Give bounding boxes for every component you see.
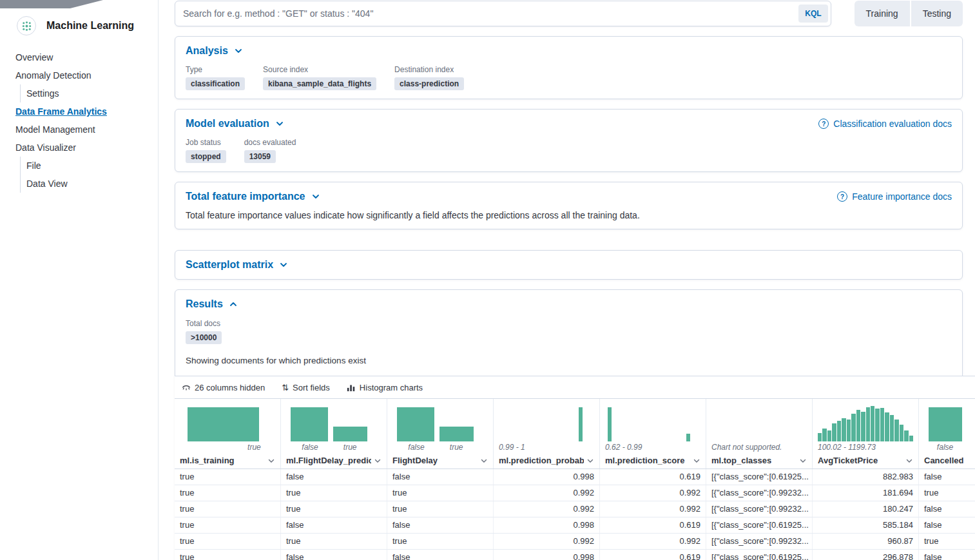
histogram-bars [818,404,913,441]
grid-cell[interactable]: 181.694 [813,485,919,501]
grid-cell[interactable]: 0.992 [600,534,706,549]
grid-cell[interactable]: 0.998 [494,550,600,560]
grid-cell[interactable]: false [387,517,494,533]
training-button[interactable]: Training [854,1,910,26]
grid-cell[interactable]: true [281,534,387,549]
search-input[interactable] [175,1,831,26]
histogram-range-label: 0.99 - 1 [499,443,525,452]
grid-cell[interactable]: false [919,469,975,485]
field-value-badge: classification [186,77,245,90]
grid-cell[interactable]: true [175,517,281,533]
results-collapse-toggle[interactable]: Results [186,298,238,310]
field-label: Source index [263,65,376,74]
grid-column-Cancelled: falseCancelled [919,399,975,468]
grid-cell[interactable]: false [281,550,387,560]
column-header-button[interactable]: AvgTicketPrice [813,452,918,468]
grid-cell[interactable]: false [919,501,975,517]
chevron-down-icon [278,260,289,270]
grid-cell[interactable]: true [175,501,281,517]
chevron-down-icon [905,457,913,465]
grid-cell[interactable]: 0.992 [600,485,706,501]
grid-cell[interactable]: false [387,550,494,560]
sidebar-item-data-frame-analytics[interactable]: Data Frame Analytics [0,102,158,121]
grid-cell[interactable]: 882.983 [813,469,919,485]
grid-cell[interactable]: 180.247 [813,501,919,517]
column-header-button[interactable]: ml.FlightDelay_prediction [281,452,387,468]
kql-button[interactable]: KQL [798,5,827,23]
feature-importance-title: Total feature importance [186,191,305,202]
grid-cell[interactable]: 960.87 [813,534,919,549]
grid-cell[interactable]: 0.619 [600,517,706,533]
grid-cell[interactable]: true [387,534,494,549]
scatterplot-collapse-toggle[interactable]: Scatterplot matrix [186,259,289,271]
sort-fields-button[interactable]: ⇅ Sort fields [282,383,330,392]
histogram-charts-button[interactable]: Histogram charts [347,383,423,392]
histogram-category-label: true [343,443,357,452]
grid-cell[interactable]: [{"class_score":[0.61925... [706,469,813,485]
grid-cell[interactable]: 0.992 [600,501,706,517]
histogram-bar [818,433,822,441]
column-header-button[interactable]: ml.prediction_probability [494,452,599,468]
column-header-button[interactable]: FlightDelay [387,452,493,468]
sort-fields-label: Sort fields [293,383,330,392]
grid-cell[interactable]: true [281,485,387,501]
histogram-bar [909,436,913,441]
column-header-button[interactable]: ml.prediction_score [600,452,706,468]
grid-cell[interactable]: false [919,517,975,533]
grid-cell[interactable]: [{"class_score":[0.61925... [706,550,813,560]
grid-cell[interactable]: true [387,485,494,501]
column-header-button[interactable]: ml.is_training [175,452,280,468]
sidebar-item-data-view[interactable]: Data View [20,175,158,193]
analysis-collapse-toggle[interactable]: Analysis [186,45,244,57]
grid-cell[interactable]: false [281,469,387,485]
grid-cell[interactable]: [{"class_score":[0.99232... [706,534,813,549]
grid-cell[interactable]: 0.619 [600,550,706,560]
grid-cell[interactable]: false [919,550,975,560]
ml-logo-icon[interactable] [17,16,36,35]
grid-cell[interactable]: 0.992 [494,501,600,517]
sidebar-item-anomaly-detection[interactable]: Anomaly Detection [0,66,158,84]
grid-cell[interactable]: [{"class_score":[0.61925... [706,517,813,533]
grid-cell[interactable]: [{"class_score":[0.99232... [706,485,813,501]
grid-cell[interactable]: 0.619 [600,469,706,485]
training-testing-toggle: Training Testing [854,1,963,26]
model-evaluation-collapse-toggle[interactable]: Model evaluation [186,118,285,130]
grid-cell[interactable]: 0.998 [494,517,600,533]
column-header-button[interactable]: Cancelled [919,452,975,468]
histogram-bar [900,425,903,441]
grid-column-AvgTicketPrice: 100.02 - 1199.73AvgTicketPrice [813,399,919,468]
sidebar-item-data-visualizer[interactable]: Data Visualizer [0,139,158,157]
histogram-bar [837,421,841,441]
grid-cell[interactable]: true [175,485,281,501]
sidebar-item-overview[interactable]: Overview [0,48,158,66]
histogram-bar [608,407,612,441]
grid-cell[interactable]: 585.184 [813,517,919,533]
grid-cell[interactable]: 0.992 [494,485,600,501]
grid-cell[interactable]: true [387,501,494,517]
grid-cell[interactable]: true [919,485,975,501]
grid-cell[interactable]: 296.878 [813,550,919,560]
columns-hidden-button[interactable]: 26 columns hidden [182,383,265,392]
chevron-down-icon [374,457,381,465]
table-row: truefalsefalse0.9980.619[{"class_score":… [175,517,975,534]
grid-cell[interactable]: true [175,469,281,485]
grid-cell[interactable]: false [387,469,494,485]
grid-cell[interactable]: true [281,501,387,517]
grid-cell[interactable]: 0.998 [494,469,600,485]
grid-cell[interactable]: false [281,517,387,533]
grid-cell[interactable]: true [175,550,281,560]
classification-evaluation-docs-link[interactable]: ? Classification evaluation docs [818,119,952,129]
feature-importance-collapse-toggle[interactable]: Total feature importance [186,191,321,202]
grid-cell[interactable]: [{"class_score":[0.99232... [706,501,813,517]
testing-button[interactable]: Testing [911,1,963,26]
feature-importance-docs-link[interactable]: ? Feature importance docs [837,191,952,202]
grid-cell[interactable]: true [175,534,281,549]
sidebar-item-model-management[interactable]: Model Management [0,121,158,139]
grid-cell[interactable]: true [919,534,975,549]
sidebar-item-settings[interactable]: Settings [20,84,158,102]
column-histogram [499,404,594,441]
histogram-bar [880,408,884,441]
column-header-button[interactable]: ml.top_classes [706,452,812,468]
sidebar-item-file[interactable]: File [20,157,158,175]
grid-cell[interactable]: 0.992 [494,534,600,549]
